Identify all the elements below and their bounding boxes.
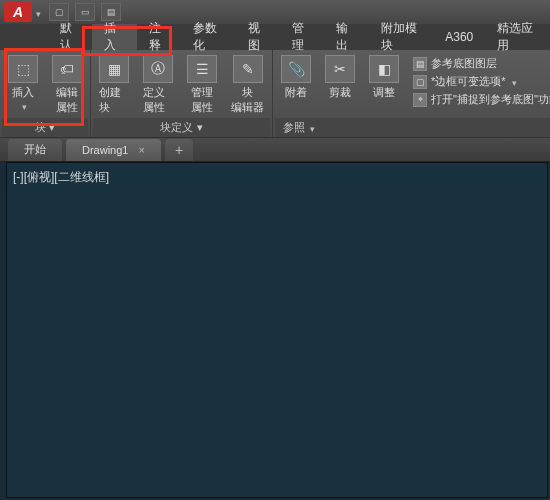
viewport-controls-label[interactable]: [-][俯视][二维线框] [13,169,109,186]
doc-tab-start[interactable]: 开始 [8,139,62,161]
tab-a360[interactable]: A360 [433,24,485,50]
drawing-viewport[interactable]: [-][俯视][二维线框] [6,162,548,498]
tab-insert[interactable]: 插入 [92,24,136,50]
title-bar: A ▢ ▭ ▤ [0,0,550,24]
adjust-label: 调整 [373,85,395,100]
close-icon[interactable]: × [138,144,144,156]
quick-access-toolbar: ▢ ▭ ▤ [49,3,121,21]
panel-block: ⬚ 插入 🏷 编辑 属性 块 ▾ [0,50,91,137]
underlay-layers-icon: ▤ [413,57,427,71]
create-block-label: 创建块 [99,85,129,115]
doc-tab-drawing1-label: Drawing1 [82,144,128,156]
doc-tab-drawing1[interactable]: Drawing1 × [66,139,161,161]
frames-vary-button[interactable]: ▢ *边框可变选项* [407,73,550,90]
chevron-down-icon [510,76,517,88]
tab-output[interactable]: 输出 [324,24,368,50]
panel-reference-title-label: 参照 [283,120,305,135]
manage-attribute-button[interactable]: ☰ 管理 属性 [181,53,223,117]
adjust-icon: ◧ [369,55,399,83]
qat-save-icon[interactable]: ▤ [101,3,121,21]
chevron-down-icon [20,100,27,112]
ribbon-tab-strip: 默认 插入 注释 参数化 视图 管理 输出 附加模块 A360 精选应用 [0,24,550,50]
define-attribute-button[interactable]: Ⓐ 定义属性 [137,53,179,117]
manage-attribute-icon: ☰ [187,55,217,83]
underlay-layers-label: 参考底图图层 [431,56,497,71]
tab-default[interactable]: 默认 [48,24,92,50]
tab-addons[interactable]: 附加模块 [369,24,434,50]
insert-block-label: 插入 [12,85,34,100]
frames-icon: ▢ [413,75,427,89]
app-menu-chevron-icon[interactable] [34,3,41,21]
chevron-down-icon [308,122,315,134]
clip-button[interactable]: ✂ 剪裁 [319,53,361,102]
snap-icon: ⌖ [413,93,427,107]
reference-options-column: ▤ 参考底图图层 ▢ *边框可变选项* ⌖ 打开"捕捉到参考底图"功能 [407,53,550,108]
edit-attribute-button[interactable]: 🏷 编辑 属性 [46,53,88,117]
attach-label: 附着 [285,85,307,100]
block-editor-icon: ✎ [233,55,263,83]
tab-annotate[interactable]: 注释 [137,24,181,50]
app-logo[interactable]: A [4,2,32,22]
insert-block-button[interactable]: ⬚ 插入 [2,53,44,114]
snap-underlay-label: 打开"捕捉到参考底图"功能 [431,92,550,107]
doc-tab-new[interactable]: + [165,139,193,161]
panel-blockdef-title[interactable]: 块定义 ▾ [93,118,270,137]
create-block-icon: ▦ [99,55,129,83]
ribbon-body: ⬚ 插入 🏷 编辑 属性 块 ▾ ▦ 创建块 Ⓐ 定义属性 ☰ 管理 属性 [0,50,550,138]
document-tab-strip: 开始 Drawing1 × + [0,138,550,162]
tab-parametric[interactable]: 参数化 [181,24,236,50]
qat-open-icon[interactable]: ▭ [75,3,95,21]
attach-icon: 📎 [281,55,311,83]
insert-block-icon: ⬚ [8,55,38,83]
adjust-button[interactable]: ◧ 调整 [363,53,405,102]
define-attribute-label: 定义属性 [143,85,173,115]
block-editor-button[interactable]: ✎ 块 编辑器 [225,53,270,117]
snap-underlay-button[interactable]: ⌖ 打开"捕捉到参考底图"功能 [407,91,550,108]
block-editor-label: 块 编辑器 [231,85,264,115]
panel-reference-title[interactable]: 参照 ↘ [275,118,550,137]
panel-block-title[interactable]: 块 ▾ [2,118,88,137]
define-attribute-icon: Ⓐ [143,55,173,83]
tab-featured[interactable]: 精选应用 [485,24,550,50]
clip-icon: ✂ [325,55,355,83]
manage-attribute-label: 管理 属性 [191,85,213,115]
attach-button[interactable]: 📎 附着 [275,53,317,102]
frames-vary-label: *边框可变选项* [431,74,506,89]
edit-attribute-label: 编辑 属性 [56,85,78,115]
clip-label: 剪裁 [329,85,351,100]
create-block-button[interactable]: ▦ 创建块 [93,53,135,117]
panel-reference: 📎 附着 ✂ 剪裁 ◧ 调整 ▤ 参考底图图层 ▢ *边框可变选项* [273,50,550,137]
tab-manage[interactable]: 管理 [280,24,324,50]
underlay-layers-button[interactable]: ▤ 参考底图图层 [407,55,550,72]
edit-attribute-icon: 🏷 [52,55,82,83]
tab-view[interactable]: 视图 [236,24,280,50]
panel-block-definition: ▦ 创建块 Ⓐ 定义属性 ☰ 管理 属性 ✎ 块 编辑器 块定义 ▾ [91,50,273,137]
qat-new-icon[interactable]: ▢ [49,3,69,21]
